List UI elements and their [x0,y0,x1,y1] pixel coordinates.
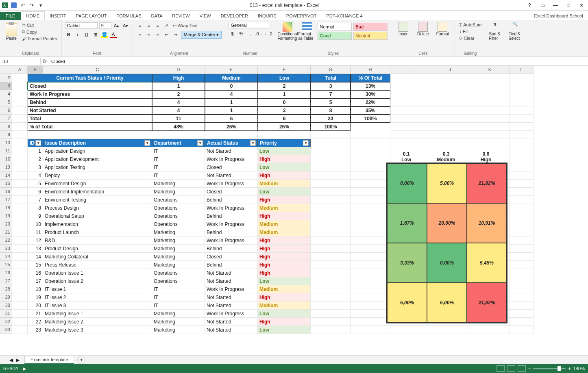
cell-A14[interactable] [12,171,28,180]
cell-blank[interactable] [510,106,534,115]
cell-blank[interactable] [351,204,390,212]
view-page-break-icon[interactable] [518,365,526,372]
view-page-layout-icon[interactable] [507,365,515,372]
cell-blank[interactable] [430,74,470,82]
cell-blank[interactable] [470,123,510,131]
cell-blank[interactable] [258,131,311,139]
close-icon[interactable]: ✕ [577,1,586,9]
font-name-select[interactable] [65,22,98,29]
row-header-29[interactable]: 29 [0,293,12,301]
increase-indent-icon[interactable]: ⇥ [172,31,179,39]
row-header-5[interactable]: 5 [0,98,12,106]
tab-powerpivot[interactable]: POWERPIVOT [281,12,322,20]
filter-id[interactable]: ID▾ [28,139,43,147]
row-header-25[interactable]: 25 [0,261,12,269]
tab-pdf-xchange[interactable]: PDF-XChange 4 [321,12,367,20]
tab-nav-next-icon[interactable]: ▶ [15,357,20,363]
cell-blank[interactable] [430,139,470,147]
cell-blank[interactable] [510,147,534,155]
row-header-9[interactable]: 9 [0,131,12,139]
col-header-H[interactable]: H [351,66,390,74]
cell-blank[interactable] [510,245,534,253]
cell-blank[interactable] [430,326,470,334]
decrease-font-icon[interactable]: A▾ [122,22,129,29]
cell-A31[interactable] [12,310,28,318]
cell-blank[interactable] [351,285,390,293]
cell-blank[interactable] [510,212,534,220]
tab-file[interactable]: FILE [0,12,21,20]
zoom-in-button[interactable]: + [568,366,571,371]
col-header-F[interactable]: F [258,66,311,74]
filter-dropdown-icon[interactable]: ▾ [35,140,41,146]
cell-blank[interactable] [510,139,534,147]
cell-blank[interactable] [351,220,390,228]
row-header-15[interactable]: 15 [0,180,12,188]
cell-blank[interactable] [351,318,390,326]
row-header-8[interactable]: 8 [0,123,12,131]
cell-blank[interactable] [510,310,534,318]
cell-blank[interactable] [311,236,351,245]
cell-blank[interactable] [470,106,510,115]
filter-priority[interactable]: Priority▾ [258,139,311,147]
select-all-cell[interactable] [0,66,12,74]
cell-blank[interactable] [510,188,534,196]
cell-blank[interactable] [311,318,351,326]
fill-button[interactable]: ↓Fill [458,28,482,34]
cell-blank[interactable] [510,236,534,245]
row-header-3[interactable]: 3 [0,82,12,90]
col-header-I[interactable]: I [390,66,430,74]
zoom-level[interactable]: 140% [573,366,585,371]
cell-A11[interactable] [12,147,28,155]
row-header-10[interactable]: 10 [0,139,12,147]
cell-blank[interactable] [43,131,152,139]
row-header-26[interactable]: 26 [0,269,12,277]
cell-blank[interactable] [311,326,351,334]
cell-blank[interactable] [510,163,534,171]
cell-A12[interactable] [12,155,28,163]
row-header-20[interactable]: 20 [0,220,12,228]
cell-blank[interactable] [470,82,510,90]
maximize-icon[interactable]: □ [564,1,573,9]
cell-blank[interactable] [390,123,430,131]
row-header-33[interactable]: 33 [0,326,12,334]
merge-center-button[interactable]: Merge & Center ▾ [181,31,222,39]
macro-record-icon[interactable]: ▶ [23,366,26,371]
cell-blank[interactable] [510,115,534,123]
cell-blank[interactable] [510,90,534,98]
row-header-14[interactable]: 14 [0,171,12,180]
cell-blank[interactable] [510,253,534,261]
redo-icon[interactable]: ↷ [28,2,35,9]
cut-button[interactable]: ✂Cut [21,22,58,28]
cell-A7[interactable] [12,115,28,123]
row-header-23[interactable]: 23 [0,245,12,253]
cell-A17[interactable] [12,196,28,204]
align-top-icon[interactable]: ≡ [136,22,144,29]
copy-button[interactable]: ⧉Copy [21,29,58,35]
cell-blank[interactable] [510,261,534,269]
cell-blank[interactable] [311,261,351,269]
col-header-B[interactable]: B [28,66,43,74]
row-header-7[interactable]: 7 [0,115,12,123]
italic-button[interactable]: I [74,31,81,38]
cell-blank[interactable] [430,82,470,90]
cell-blank[interactable] [311,155,351,163]
percent-format-icon[interactable]: % [237,30,245,37]
cell-blank[interactable] [390,82,430,90]
row-header-21[interactable]: 21 [0,228,12,236]
cell-blank[interactable] [430,123,470,131]
paste-button[interactable]: Paste [3,23,20,41]
cell-blank[interactable] [510,293,534,301]
tab-view[interactable]: VIEW [195,12,216,20]
filter-dropdown-icon[interactable]: ▾ [303,140,309,146]
cell-blank[interactable] [351,131,390,139]
cell-blank[interactable] [470,131,510,139]
zoom-out-button[interactable]: − [528,366,531,371]
cell-A28[interactable] [12,285,28,293]
cell-blank[interactable] [351,188,390,196]
cell-A15[interactable] [12,180,28,188]
cell-blank[interactable] [510,123,534,131]
comma-format-icon[interactable]: , [246,30,254,37]
filter-status[interactable]: Actual Status▾ [205,139,258,147]
cell-blank[interactable] [510,326,534,334]
cell-blank[interactable] [390,106,430,115]
